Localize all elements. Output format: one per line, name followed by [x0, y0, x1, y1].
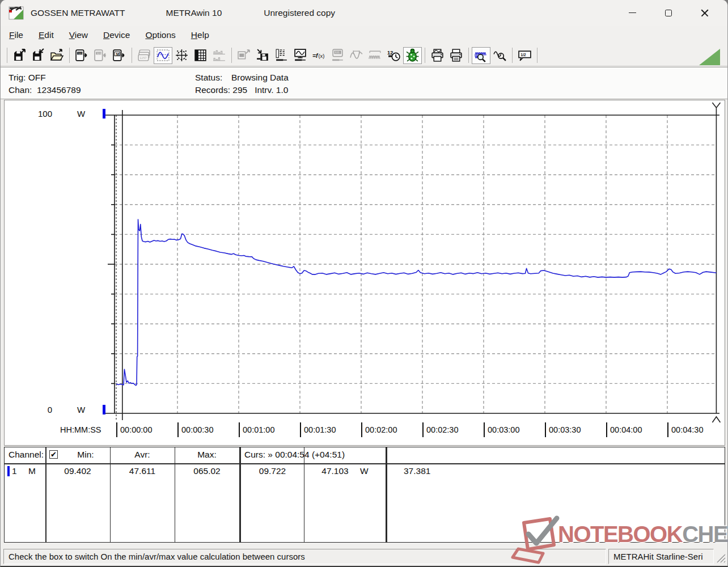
title-bar: GOSSEN METRAWATT METRAwin 10 Unregistere… — [1, 0, 727, 26]
annotation-icon: 1/2 — [518, 48, 532, 62]
monitor-config-button[interactable] — [291, 47, 310, 64]
table-divider — [45, 447, 46, 542]
table-divider-thick — [239, 447, 241, 542]
x-tick-label: 00:01:30 — [300, 422, 336, 437]
menu-item-view[interactable]: View — [64, 28, 93, 43]
status-message: Check the box to switch On the min/avr/m… — [3, 549, 606, 564]
import-file-button[interactable] — [29, 47, 48, 64]
x-tick-label: 00:00:00 — [116, 422, 152, 437]
channel-config-icon — [274, 48, 289, 62]
x-tick-label: 00:00:30 — [177, 422, 213, 437]
table-divider — [304, 447, 304, 542]
annotation-button[interactable]: 1/2 — [515, 47, 534, 64]
table-divider — [110, 447, 111, 542]
cursor-b-bottom-handle — [712, 417, 720, 422]
toolbar-separator — [425, 48, 425, 63]
svg-text:321: 321 — [96, 52, 101, 55]
display-digital-icon: 1257 — [137, 48, 151, 62]
toolbar-separator — [468, 48, 469, 63]
power-line-chart[interactable] — [5, 100, 725, 445]
acquisition-info-panel: Trig: OFF Chan: 123456789 Status:Browsin… — [1, 67, 727, 99]
cell-cursor-b-value: 47.103 — [304, 466, 366, 476]
menu-item-file[interactable]: File — [4, 28, 28, 43]
x-axis-caption: HH:MM:SS — [60, 422, 101, 437]
minmax-checkbox[interactable]: ✔ — [49, 450, 58, 459]
x-tick-label: 00:03:00 — [484, 422, 519, 437]
print-button[interactable] — [447, 47, 465, 64]
display-table-icon — [193, 48, 208, 62]
app-window: GOSSEN METRAWATT METRAwin 10 Unregistere… — [0, 0, 728, 567]
export-file-button[interactable] — [10, 47, 29, 64]
debug-bug-button[interactable] — [403, 47, 422, 64]
x-tick-label: 00:03:30 — [545, 422, 581, 437]
display-curve-button[interactable] — [154, 47, 172, 64]
table-divider — [175, 447, 175, 542]
status-line: Status:Browsing Data — [195, 71, 289, 84]
display-histogram-button[interactable] — [210, 47, 228, 64]
y-axis-marker-bottom — [103, 405, 105, 414]
col-header-channel: Channel: — [9, 450, 44, 460]
x-tick-label: 00:02:30 — [422, 422, 458, 437]
cell-max-value: 065.02 — [175, 466, 239, 476]
channel-list: Chan: 123456789 — [9, 84, 81, 96]
cell-unit: W — [360, 466, 369, 476]
channel-config-button[interactable] — [272, 47, 291, 64]
power-series-line — [116, 219, 716, 385]
col-header-min: Min: — [61, 450, 110, 460]
display-curve-icon — [156, 48, 170, 62]
records-line: Records: 295 Intrv. 1.0 — [195, 84, 289, 96]
svg-text:M: M — [116, 52, 120, 56]
menu-item-help[interactable]: Help — [186, 28, 214, 43]
trigger-status: Trig: OFF — [9, 71, 81, 84]
display-digital-button[interactable]: 1257 — [135, 47, 154, 64]
col-header-cursor: Curs: » 00:04:54 (+04:51) — [244, 450, 345, 460]
menu-item-edit[interactable]: Edit — [33, 28, 59, 43]
time-setup-button[interactable]: 12 — [384, 47, 403, 64]
display-analog-button[interactable] — [172, 47, 191, 64]
wave-compress-button[interactable] — [366, 47, 384, 64]
resize-grip[interactable] — [715, 552, 726, 564]
debug-bug-icon — [405, 48, 420, 62]
toolbar-separator — [132, 48, 132, 63]
x-tick-label: 00:01:00 — [239, 422, 274, 437]
title-brand: GOSSEN METRAWATT — [31, 8, 125, 18]
y-axis-unit-top: W — [77, 109, 85, 119]
device-write-321-button[interactable]: 321 — [91, 47, 110, 64]
maximize-button[interactable] — [650, 0, 687, 26]
cell-cursor-a-value: 09.722 — [241, 466, 304, 476]
minimize-icon — [629, 12, 636, 13]
resize-corner-triangle — [699, 49, 720, 65]
y-axis-max-label: 100 — [27, 109, 52, 119]
zoom-curve-button[interactable] — [472, 47, 490, 64]
monitor-config-icon — [293, 48, 307, 62]
title-license: Unregistered copy — [264, 8, 335, 18]
open-folder-button[interactable] — [48, 47, 66, 64]
menu-item-options[interactable]: Options — [140, 28, 180, 43]
store-settings-button[interactable] — [253, 47, 272, 64]
toolbar-separator — [7, 48, 7, 63]
print-curve-button[interactable] — [428, 47, 447, 64]
zoom-free-button[interactable] — [490, 47, 509, 64]
transfer-button[interactable] — [235, 47, 253, 64]
table-divider-thick — [386, 447, 387, 542]
device-config-icon: 321 — [331, 48, 345, 62]
cell-avr-value: 47.611 — [110, 466, 175, 476]
device-write-321-icon: 321 — [94, 48, 108, 62]
wave-cursor-button[interactable] — [347, 47, 366, 64]
cell-channel-number: 1 — [12, 466, 17, 476]
device-config-button[interactable]: 321 — [328, 47, 347, 64]
y-axis-marker-top — [103, 109, 105, 119]
display-table-button[interactable] — [191, 47, 210, 64]
device-memory-read-button[interactable]: M — [110, 47, 129, 64]
x-axis-labels: HH:MM:SS 00:00:0000:00:3000:01:0000:01:3… — [5, 422, 725, 439]
chart-panel: 100 W 0 W HH:MM:SS 00:00:0000:00:3000:01… — [4, 100, 725, 446]
function-fx-button[interactable]: =f(x) — [310, 47, 328, 64]
print-icon — [449, 48, 463, 62]
menu-item-device[interactable]: Device — [98, 28, 135, 43]
svg-text:321: 321 — [335, 51, 340, 54]
minimize-button[interactable] — [614, 0, 650, 26]
close-button[interactable] — [687, 0, 723, 26]
cell-delta-value: 37.381 — [404, 466, 430, 476]
title-app: METRAwin 10 — [166, 8, 222, 18]
device-read-321-button[interactable]: 321 — [73, 47, 91, 64]
